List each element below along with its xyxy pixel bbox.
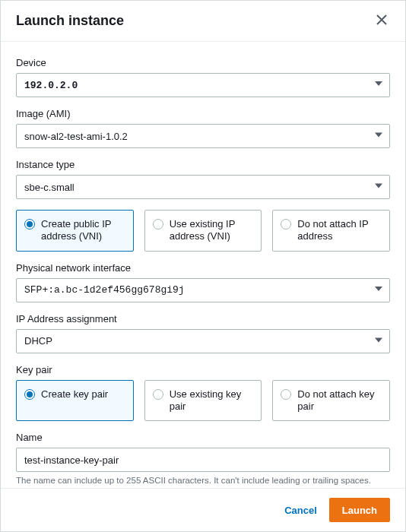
keypair-name-input-wrap — [16, 448, 390, 472]
instance-type-select[interactable]: sbe-c.small — [16, 175, 390, 199]
launch-instance-dialog: Launch instance Device 192.0.2.0 Image (… — [0, 0, 406, 532]
caret-down-icon — [374, 284, 383, 296]
ip-option-none[interactable]: Do not attach IP address — [272, 210, 390, 252]
keypair-name-field: Name The name can include up to 255 ASCI… — [16, 432, 390, 486]
launch-button[interactable]: Launch — [329, 498, 390, 522]
ip-option-create-label: Create public IP address (VNI) — [41, 218, 125, 243]
ip-option-field: Create public IP address (VNI) Use exist… — [16, 210, 390, 252]
keypair-field: Key pair Create key pair Use existing ke… — [16, 364, 390, 422]
radio-icon — [24, 389, 35, 400]
instance-type-label: Instance type — [16, 159, 390, 170]
ip-option-none-label: Do not attach IP address — [297, 218, 382, 243]
device-select[interactable]: 192.0.2.0 — [16, 73, 390, 97]
device-label: Device — [16, 57, 390, 68]
radio-icon — [281, 389, 291, 400]
pni-select[interactable]: SFP+:a.bc-1d2ef456gg678gi9j — [16, 278, 390, 302]
dialog-footer: Cancel Launch — [1, 488, 405, 531]
caret-down-icon — [374, 182, 383, 193]
ip-option-existing[interactable]: Use existing IP address (VNI) — [144, 210, 262, 252]
ip-option-existing-label: Use existing IP address (VNI) — [170, 218, 254, 243]
caret-down-icon — [374, 79, 383, 91]
radio-icon — [153, 389, 163, 400]
radio-icon — [24, 219, 35, 230]
keypair-option-existing[interactable]: Use existing key pair — [144, 380, 262, 422]
page-title: Launch instance — [16, 13, 124, 29]
dialog-header: Launch instance — [1, 1, 405, 42]
image-label: Image (AMI) — [16, 108, 390, 119]
keypair-option-existing-label: Use existing key pair — [170, 388, 254, 413]
keypair-option-none-label: Do not attach key pair — [297, 388, 382, 413]
ip-option-group: Create public IP address (VNI) Use exist… — [16, 210, 390, 252]
keypair-option-create[interactable]: Create key pair — [16, 380, 134, 422]
image-value: snow-al2-test-ami-1.0.2 — [24, 131, 128, 142]
caret-down-icon — [374, 335, 383, 347]
ip-assign-label: IP Address assignment — [16, 313, 390, 325]
dialog-body: Device 192.0.2.0 Image (AMI) snow-al2-te… — [1, 42, 405, 488]
ip-option-create[interactable]: Create public IP address (VNI) — [16, 210, 134, 252]
device-field: Device 192.0.2.0 — [16, 57, 390, 97]
device-value: 192.0.2.0 — [24, 80, 78, 91]
pni-value: SFP+:a.bc-1d2ef456gg678gi9j — [24, 284, 185, 296]
image-field: Image (AMI) snow-al2-test-ami-1.0.2 — [16, 108, 390, 148]
keypair-name-input[interactable] — [24, 448, 382, 471]
keypair-label: Key pair — [16, 364, 390, 375]
pni-label: Physical network interface — [16, 262, 390, 274]
keypair-option-group: Create key pair Use existing key pair Do… — [16, 380, 390, 422]
image-select[interactable]: snow-al2-test-ami-1.0.2 — [16, 124, 390, 148]
keypair-name-hint: The name can include up to 255 ASCII cha… — [16, 475, 390, 486]
pni-field: Physical network interface SFP+:a.bc-1d2… — [16, 262, 390, 302]
radio-icon — [281, 219, 291, 230]
close-icon — [376, 16, 387, 27]
caret-down-icon — [374, 131, 383, 142]
ip-assign-field: IP Address assignment DHCP — [16, 313, 390, 353]
close-button[interactable] — [373, 11, 390, 30]
instance-type-value: sbe-c.small — [24, 182, 75, 193]
radio-icon — [153, 219, 163, 230]
keypair-option-create-label: Create key pair — [41, 388, 108, 401]
keypair-name-label: Name — [16, 432, 390, 443]
instance-type-field: Instance type sbe-c.small — [16, 159, 390, 199]
ip-assign-value: DHCP — [24, 335, 52, 347]
ip-assign-select[interactable]: DHCP — [16, 329, 390, 353]
cancel-button[interactable]: Cancel — [277, 498, 325, 522]
keypair-option-none[interactable]: Do not attach key pair — [272, 380, 390, 422]
